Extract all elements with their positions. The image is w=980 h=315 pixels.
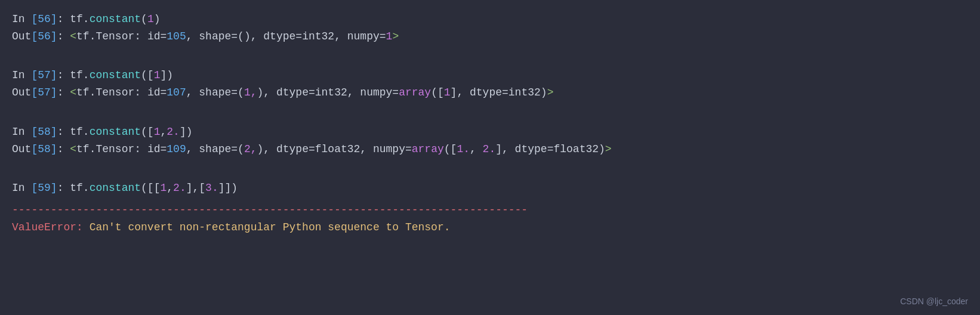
cell-58: In [58]: tf.constant([1,2.]) Out[58]: <t… <box>12 123 968 158</box>
comma1-57: , shape=( <box>186 87 244 98</box>
numpy-arr-close-58: ], dtype=float32) <box>495 143 605 155</box>
output-line-56: Out[56]: <tf.Tensor: id=105, shape=(), d… <box>12 28 968 45</box>
shape-val-57: 1, <box>244 87 257 98</box>
func-constant-59: constant <box>90 182 141 194</box>
error-line: ValueError: Can't convert non-rectangula… <box>12 219 968 236</box>
prompt-in-59: In [59]: <box>12 182 70 194</box>
input-line-57: In [57]: tf.constant([1]) <box>12 67 968 84</box>
prompt-out-57: Out[57]: <box>12 87 70 98</box>
paren-open-56: ( <box>141 13 147 25</box>
cell-57: In [57]: tf.constant([1]) Out[57]: <tf.T… <box>12 67 968 101</box>
blank-3 <box>12 162 968 180</box>
numpy-num1-58: 1. <box>457 143 470 155</box>
arg1-58: 1 <box>154 126 161 138</box>
arg2-59: 2. <box>173 182 186 194</box>
func-constant-58: constant <box>90 126 141 138</box>
numpy-num-57: 1 <box>444 87 451 98</box>
prompt-in-58: In [58]: <box>12 126 70 138</box>
output-line-58: Out[58]: <tf.Tensor: id=109, shape=(2,),… <box>12 141 968 158</box>
cell-59: In [59]: tf.constant([[1,2.],[3.]]) <box>12 180 968 197</box>
tf-prefix-58: tf. <box>70 126 89 138</box>
id-val-58: 109 <box>167 143 186 155</box>
out-bracket-num-57: [57] <box>31 87 57 98</box>
input-line-56: In [56]: tf.constant(1) <box>12 11 968 28</box>
paren-open-57: ([ <box>141 69 154 81</box>
tf-tensor-56: tf.Tensor: <box>76 30 147 42</box>
arg1-59: 1 <box>160 182 167 194</box>
bracket-num-59: [59] <box>31 182 57 194</box>
watermark: CSDN @ljc_coder <box>900 295 968 308</box>
angle-close-58: > <box>605 143 612 155</box>
tf-prefix-57: tf. <box>70 69 89 81</box>
angle-open-56: < <box>70 30 76 42</box>
arg-56: 1 <box>147 13 154 25</box>
numpy-arr-57: ([ <box>431 87 444 98</box>
arg-57: 1 <box>154 69 161 81</box>
shape-val-56: ) <box>244 30 251 42</box>
tf-tensor-58: tf.Tensor: <box>76 143 147 155</box>
prompt-in-57: In [57]: <box>12 69 70 81</box>
id-key-58: id= <box>147 143 167 155</box>
arg2-58: 2. <box>167 126 180 138</box>
out-bracket-num-56: [56] <box>31 30 57 42</box>
comma2-58: ), dtype=float32, numpy= <box>257 143 412 155</box>
angle-close-57: > <box>547 87 554 98</box>
paren-open-59: ([[ <box>141 182 160 194</box>
paren-close-58: ]) <box>180 126 193 138</box>
out-bracket-num-58: [58] <box>31 143 57 155</box>
func-constant-56: constant <box>90 13 141 25</box>
tf-prefix-56: tf. <box>70 13 89 25</box>
bracket-num-57: [57] <box>31 69 57 81</box>
func-constant-57: constant <box>90 69 141 81</box>
prompt-in-56: In [56]: <box>12 13 70 25</box>
input-line-59: In [59]: tf.constant([[1,2.],[3.]]) <box>12 180 968 197</box>
tf-tensor-57: tf.Tensor: <box>76 87 147 98</box>
angle-open-57: < <box>70 87 76 98</box>
error-message: Can't convert non-rectangular Python seq… <box>90 221 451 233</box>
blank-2 <box>12 106 968 123</box>
id-key-57: id= <box>147 87 167 98</box>
prompt-out-56: Out[56]: <box>12 30 70 42</box>
error-label: ValueError: <box>12 221 90 233</box>
comma2-57: ), dtype=int32, numpy= <box>257 87 399 98</box>
bracket-num-58: [58] <box>31 126 57 138</box>
numpy-val-56: 1 <box>386 30 393 42</box>
comma2-56: , dtype=int32, numpy= <box>251 30 386 42</box>
numpy-num2-58: 2. <box>483 143 496 155</box>
numpy-sep-58: , <box>470 143 483 155</box>
prompt-out-58: Out[58]: <box>12 143 70 155</box>
numpy-kw-57: array <box>399 87 431 98</box>
numpy-arr-58: ([ <box>444 143 457 155</box>
output-line-57: Out[57]: <tf.Tensor: id=107, shape=(1,),… <box>12 84 968 101</box>
angle-close-56: > <box>392 30 399 42</box>
id-val-57: 107 <box>167 87 186 98</box>
bracket1-59: ],[ <box>186 182 205 194</box>
shape-val-58: 2, <box>244 143 257 155</box>
cell-56: In [56]: tf.constant(1) Out[56]: <tf.Ten… <box>12 11 968 45</box>
comma-58: , <box>160 126 167 138</box>
paren-open-58: ([ <box>141 126 154 138</box>
numpy-kw-58: array <box>412 143 444 155</box>
id-key-56: id= <box>147 30 167 42</box>
comma1-56: , shape=( <box>186 30 244 42</box>
separator-line: ----------------------------------------… <box>12 202 968 219</box>
paren-close-59: ]]) <box>218 182 238 194</box>
arg3-59: 3. <box>205 182 218 194</box>
angle-open-58: < <box>70 143 76 155</box>
error-block: ----------------------------------------… <box>12 202 968 236</box>
tf-prefix-59: tf. <box>70 182 89 194</box>
bracket-num-56: [56] <box>31 13 57 25</box>
id-val-56: 105 <box>167 30 186 42</box>
comma1-58: , shape=( <box>186 143 244 155</box>
paren-close-57: ]) <box>160 69 173 81</box>
numpy-arr-close-57: ], dtype=int32) <box>451 87 547 98</box>
paren-close-56: ) <box>154 13 161 25</box>
comma1-59: , <box>167 182 173 194</box>
input-line-58: In [58]: tf.constant([1,2.]) <box>12 123 968 141</box>
blank-1 <box>12 50 968 67</box>
